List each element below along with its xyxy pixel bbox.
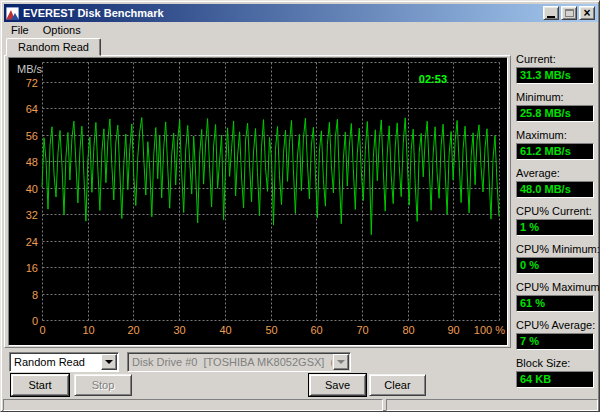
stat-label: CPU% Maximum: <box>516 281 594 294</box>
chevron-down-icon <box>105 360 113 364</box>
y-tick-label: 72 <box>26 77 38 89</box>
stat-label: CPU% Current: <box>516 205 594 218</box>
stat-cpu-average: CPU% Average: 7 % <box>516 319 594 350</box>
stat-label: Average: <box>516 167 594 180</box>
y-tick-label: 40 <box>26 183 38 195</box>
stat-maximum: Maximum: 61.2 MB/s <box>516 129 594 160</box>
stat-label: CPU% Minimum: <box>516 243 594 256</box>
stat-minimum: Minimum: 25.8 MB/s <box>516 91 594 122</box>
title-bar[interactable]: EVEREST Disk Benchmark × <box>4 4 598 22</box>
stat-value: 61.2 MB/s <box>516 143 594 160</box>
test-type-dropdown-button[interactable] <box>101 354 117 370</box>
chevron-down-icon <box>337 360 345 364</box>
stat-average: Average: 48.0 MB/s <box>516 167 594 198</box>
menu-item-options[interactable]: Options <box>36 23 88 37</box>
x-tick-label: 100 % <box>474 324 505 336</box>
minimize-button[interactable] <box>543 6 559 20</box>
start-button[interactable]: Start <box>11 374 69 396</box>
y-axis-unit-label: MB/s <box>17 63 43 75</box>
x-tick-label: 80 <box>402 324 414 336</box>
y-tick-label: 48 <box>26 156 38 168</box>
drive-dropdown-button[interactable] <box>333 354 349 370</box>
close-icon: × <box>583 8 590 18</box>
x-tick-label: 70 <box>356 324 368 336</box>
menu-item-file[interactable]: File <box>4 23 36 37</box>
x-tick-label: 40 <box>219 324 231 336</box>
stat-block-size: Block Size: 64 KB <box>516 357 594 388</box>
stat-label: CPU% Average: <box>516 319 594 332</box>
x-tick-label: 10 <box>82 324 94 336</box>
stat-cpu-current: CPU% Current: 1 % <box>516 205 594 236</box>
test-type-combo[interactable]: Random Read <box>9 352 119 372</box>
stat-label: Current: <box>516 53 594 66</box>
x-tick-label: 0 <box>39 324 45 336</box>
test-type-value: Random Read <box>14 355 100 370</box>
benchmark-chart-svg: 7264564840322416800102030405060708090100… <box>9 58 507 345</box>
stat-cpu-minimum: CPU% Minimum: 0 % <box>516 243 594 274</box>
clear-button[interactable]: Clear <box>369 374 426 396</box>
status-panel-left <box>3 399 383 411</box>
y-tick-label: 24 <box>26 236 38 248</box>
tab-label: Random Read <box>18 41 89 53</box>
stat-current: Current: 31.3 MB/s <box>516 53 594 84</box>
x-tick-label: 20 <box>127 324 139 336</box>
status-panel-right <box>386 399 598 411</box>
drive-combo[interactable]: Disk Drive #0 [TOSHIBA MK8052GSX] (76319… <box>127 352 351 372</box>
stat-label: Maximum: <box>516 129 594 142</box>
x-tick-label: 60 <box>310 324 322 336</box>
stop-button[interactable]: Stop <box>74 374 132 396</box>
everest-app-icon <box>6 7 19 20</box>
minimize-icon <box>547 16 555 18</box>
save-button[interactable]: Save <box>309 374 366 396</box>
maximize-button[interactable] <box>561 6 577 20</box>
everest-disk-benchmark-window: EVEREST Disk Benchmark × File Options Ra… <box>0 0 600 412</box>
stat-value: 48.0 MB/s <box>516 181 594 198</box>
stat-cpu-maximum: CPU% Maximum: 61 % <box>516 281 594 312</box>
stat-value: 1 % <box>516 219 594 236</box>
stat-value: 31.3 MB/s <box>516 67 594 84</box>
window-title: EVEREST Disk Benchmark <box>23 7 164 19</box>
drive-value: Disk Drive #0 [TOSHIBA MK8052GSX] (76319… <box>132 355 332 370</box>
stat-value: 64 KB <box>516 371 594 388</box>
y-tick-label: 32 <box>26 209 38 221</box>
y-tick-label: 56 <box>26 130 38 142</box>
benchmark-chart: 7264564840322416800102030405060708090100… <box>8 57 508 346</box>
stat-label: Minimum: <box>516 91 594 104</box>
stat-value: 0 % <box>516 257 594 274</box>
y-tick-label: 0 <box>32 315 38 327</box>
y-tick-label: 8 <box>32 289 38 301</box>
close-button[interactable]: × <box>579 6 595 20</box>
tab-page: 7264564840322416800102030405060708090100… <box>4 55 511 348</box>
x-tick-label: 50 <box>265 324 277 336</box>
stat-value: 25.8 MB/s <box>516 105 594 122</box>
elapsed-time: 02:53 <box>419 73 447 85</box>
x-tick-label: 90 <box>447 324 459 336</box>
y-tick-label: 16 <box>26 262 38 274</box>
stat-value: 7 % <box>516 333 594 350</box>
stats-sidebar: Current: 31.3 MB/s Minimum: 25.8 MB/s Ma… <box>516 53 594 395</box>
stat-value: 61 % <box>516 295 594 312</box>
menu-bar: File Options <box>4 22 598 38</box>
y-tick-label: 64 <box>26 103 38 115</box>
stat-label: Block Size: <box>516 357 594 370</box>
tab-random-read[interactable]: Random Read <box>6 38 101 56</box>
maximize-icon <box>565 9 574 17</box>
x-tick-label: 30 <box>173 324 185 336</box>
